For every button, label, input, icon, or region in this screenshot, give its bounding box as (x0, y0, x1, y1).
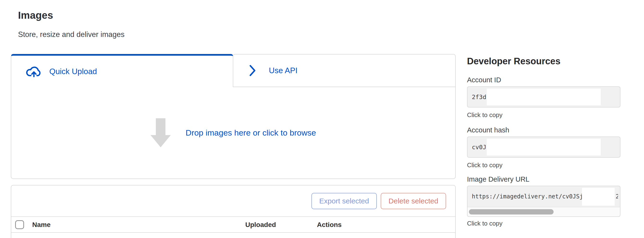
tab-use-api[interactable]: Use API (233, 54, 456, 87)
image-delivery-url-label: Image Delivery URL (467, 175, 620, 183)
account-id-field[interactable]: 2f3d (467, 86, 620, 108)
account-hash-field[interactable]: cv0J (467, 136, 620, 158)
account-hash-label: Account hash (467, 126, 620, 134)
delete-selected-button[interactable]: Delete selected (381, 193, 446, 209)
chevron-right-icon (249, 65, 256, 77)
image-delivery-url-tail: 2 (616, 186, 618, 207)
account-hash-value: cv0J (472, 144, 486, 151)
developer-resources-heading: Developer Resources (467, 56, 620, 67)
url-horizontal-scrollbar[interactable] (468, 207, 620, 216)
tab-quick-upload-label: Quick Upload (49, 67, 97, 76)
account-id-value: 2f3d (472, 94, 486, 101)
upload-dropzone[interactable]: Drop images here or click to browse (11, 87, 456, 179)
tab-quick-upload[interactable]: Quick Upload (11, 54, 233, 87)
page-title: Images (18, 9, 53, 21)
image-delivery-url-value: https://imagedelivery.net/cv0JSj (472, 193, 583, 200)
redaction-overlay (487, 89, 601, 105)
image-delivery-url-text-row: https://imagedelivery.net/cv0JSj 2 (468, 186, 620, 207)
url-scrollbar-thumb[interactable] (469, 209, 554, 215)
column-header-name: Name (32, 217, 50, 233)
upload-tabs: Quick Upload Use API (11, 54, 456, 87)
cloud-upload-icon (26, 66, 42, 77)
bulk-actions-row: Export selected Delete selected (11, 185, 455, 217)
select-all-checkbox[interactable] (15, 220, 24, 229)
developer-resources-panel: Developer Resources Account ID 2f3d Clic… (467, 56, 620, 227)
images-list-card: Export selected Delete selected Name Upl… (11, 185, 456, 238)
image-delivery-url-field[interactable]: https://imagedelivery.net/cv0JSj 2 (467, 186, 620, 217)
images-page: Images Store, resize and deliver images … (0, 0, 644, 238)
page-subtitle: Store, resize and deliver images (18, 30, 124, 39)
redaction-overlay (487, 139, 601, 155)
account-hash-copy-hint: Click to copy (467, 161, 620, 169)
arrow-down-icon (150, 118, 171, 147)
export-selected-button[interactable]: Export selected (312, 193, 377, 209)
column-header-uploaded: Uploaded (245, 217, 276, 233)
account-id-copy-hint: Click to copy (467, 111, 620, 119)
tab-use-api-label: Use API (269, 66, 298, 75)
image-delivery-url-copy-hint: Click to copy (467, 220, 620, 227)
account-id-label: Account ID (467, 76, 620, 84)
redaction-overlay (582, 188, 615, 206)
column-header-actions: Actions (317, 217, 342, 233)
dropzone-label: Drop images here or click to browse (186, 128, 316, 137)
table-header-row: Name Uploaded Actions (11, 217, 455, 233)
